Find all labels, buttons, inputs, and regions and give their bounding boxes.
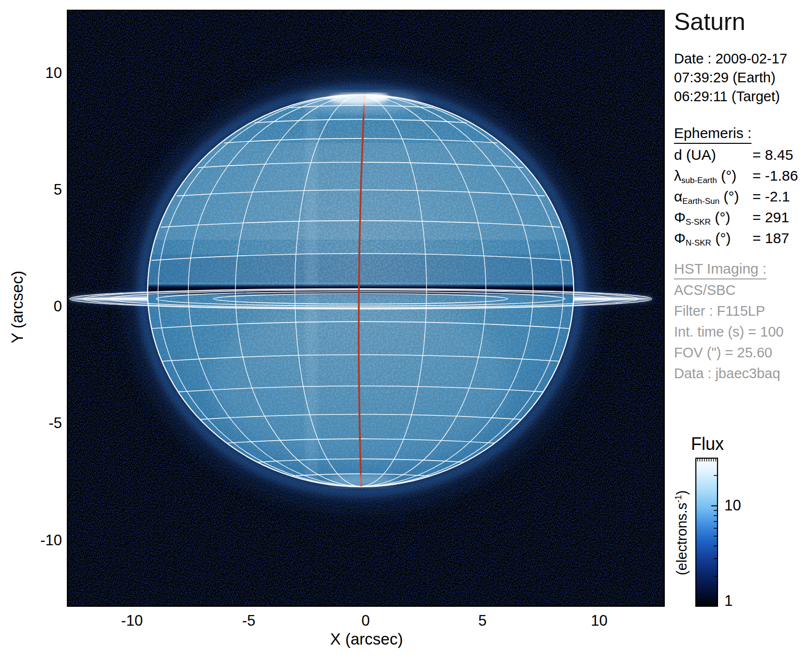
ephemeris-row-phase-angle: αEarth-Sun (°) = -2.1 bbox=[674, 186, 739, 207]
y-tick-label: 10 bbox=[11, 64, 62, 82]
hst-imaging-heading: HST Imaging : bbox=[674, 261, 766, 279]
x-axis-label: X (arcsec) bbox=[330, 630, 403, 648]
y-axis-label: Y (arcsec) bbox=[8, 271, 27, 343]
date-line: Date : 2009-02-17 bbox=[674, 49, 787, 68]
x-tick-label: 10 bbox=[591, 612, 607, 630]
ephemeris-row-subearth-lat: λsub-Earth (°) = -1.86 bbox=[674, 165, 739, 186]
time-earth: 07:39:29 (Earth) bbox=[674, 68, 787, 87]
y-tick-label: -10 bbox=[11, 532, 62, 549]
ring-shadow-core bbox=[148, 287, 576, 292]
ephemeris-row-distance: d (UA) = 8.45 bbox=[674, 144, 739, 165]
colorbar bbox=[695, 458, 718, 607]
colorbar-tick-1: 1 bbox=[724, 592, 733, 610]
ephemeris-row-n-skr: ΦN-SKR (°) = 187 bbox=[674, 228, 739, 248]
integration-time: Int. time (s) = 100 bbox=[674, 322, 783, 342]
colorbar-gradient bbox=[695, 458, 718, 607]
instrument: ACS/SBC bbox=[674, 280, 783, 301]
colorbar-unit-label: (electrons.s-1) bbox=[674, 490, 690, 575]
fov: FOV (") = 25.60 bbox=[674, 342, 783, 363]
x-tick-label: 0 bbox=[361, 612, 369, 630]
dataset-id: Data : jbaec3baq bbox=[674, 363, 783, 384]
saturn-image bbox=[67, 10, 665, 607]
ephemeris-table: d (UA) = 8.45 λsub-Earth (°) = -1.86 αEa… bbox=[674, 144, 739, 248]
time-target: 06:29:11 (Target) bbox=[674, 87, 787, 106]
ephemeris-heading: Ephemeris : bbox=[674, 125, 751, 144]
hst-imaging-details: ACS/SBC Filter : F115LP Int. time (s) = … bbox=[674, 280, 783, 384]
x-tick-label: 5 bbox=[478, 612, 487, 630]
ephemeris-row-s-skr: ΦS-SKR (°) = 291 bbox=[674, 207, 739, 228]
figure: -10-50510 1050-5-10 X (arcsec) Y (arcsec… bbox=[0, 0, 812, 662]
x-tick-label: -10 bbox=[121, 612, 143, 630]
filter: Filter : F115LP bbox=[674, 301, 783, 322]
y-tick-label: 5 bbox=[11, 181, 62, 199]
colorbar-title: Flux bbox=[691, 434, 724, 454]
y-tick-label: -5 bbox=[11, 415, 62, 432]
colorbar-tick-10: 10 bbox=[724, 497, 741, 514]
observation-times: Date : 2009-02-17 07:39:29 (Earth) 06:29… bbox=[674, 49, 787, 106]
x-tick-label: -5 bbox=[242, 612, 256, 630]
page-title: Saturn bbox=[674, 8, 745, 36]
